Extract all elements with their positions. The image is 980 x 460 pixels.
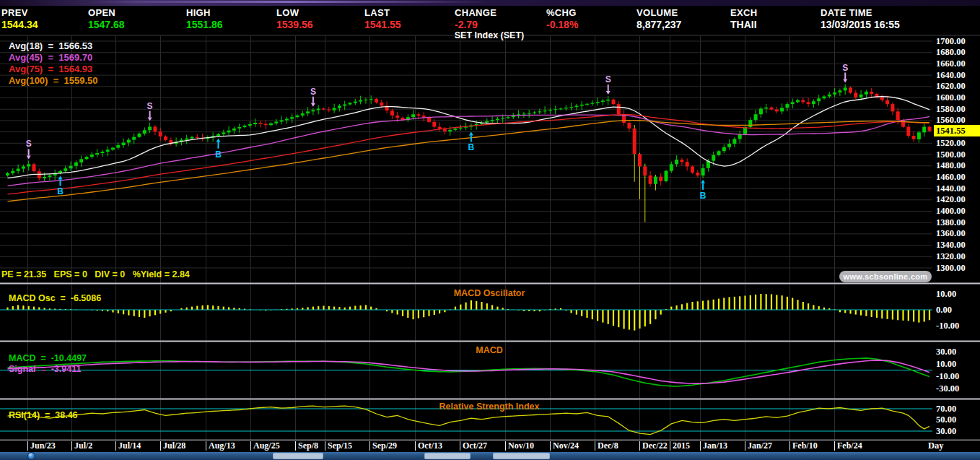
rsi-tick: 70.00 xyxy=(936,404,956,415)
date-tick-mark xyxy=(325,441,325,451)
osc-tick: -10.00 xyxy=(936,321,959,331)
date-tick-mark xyxy=(295,441,296,451)
price-tick: 1600.00 xyxy=(936,92,966,103)
date-tick-mark xyxy=(415,441,416,451)
date-tick-label: Dec/8 xyxy=(598,441,618,451)
svg-text:S: S xyxy=(310,87,316,97)
price-tick: 1300.00 xyxy=(936,263,966,274)
date-tick-label: Aug/25 xyxy=(253,441,280,451)
date-tick-mark xyxy=(834,441,835,451)
last-price-badge: 1541.55 xyxy=(934,125,980,136)
date-tick-label: 2015 xyxy=(673,441,690,451)
price-tick: 1320.00 xyxy=(936,251,966,262)
date-tick-mark xyxy=(369,441,370,451)
price-tick: 1660.00 xyxy=(936,58,966,69)
osc-tick: 0.00 xyxy=(936,305,952,316)
date-tick-label: Jul/2 xyxy=(74,441,92,451)
rsi-legend: RSI(14) = 38.46 xyxy=(9,410,78,420)
taskbar-window-button[interactable] xyxy=(493,453,550,459)
chart-title: SET Index (SET) xyxy=(417,30,561,40)
taskbar-window-button[interactable] xyxy=(424,453,471,459)
taskbar-window-button[interactable] xyxy=(273,453,323,459)
chart-canvas[interactable]: SSSSSBBBB xyxy=(0,0,980,460)
start-button[interactable] xyxy=(27,452,35,460)
date-tick-label: Jan/27 xyxy=(748,441,772,451)
date-tick-label: Feb/24 xyxy=(837,441,862,451)
date-tick-label: Sep/15 xyxy=(328,441,352,451)
date-tick-label: Jul/14 xyxy=(118,441,141,451)
macd-tick: 30.00 xyxy=(936,347,956,357)
svg-text:S: S xyxy=(26,139,32,149)
legend-avg-45-: Avg(45) = 1569.70 xyxy=(9,52,92,63)
price-tick: 1340.00 xyxy=(936,240,966,251)
date-tick-mark xyxy=(639,441,640,451)
svg-text:S: S xyxy=(147,101,153,111)
price-tick: 1360.00 xyxy=(936,228,966,239)
svg-text:B: B xyxy=(57,186,64,196)
price-tick: 1420.00 xyxy=(936,194,966,205)
price-tick: 1520.00 xyxy=(936,138,966,149)
axis-unit-label: Day xyxy=(928,441,944,451)
date-tick-mark xyxy=(27,441,28,451)
osc-tick: 10.00 xyxy=(936,289,956,300)
date-tick-mark xyxy=(250,441,251,451)
date-tick-mark xyxy=(115,441,116,451)
date-tick-mark xyxy=(206,441,206,451)
date-tick-label: Feb/10 xyxy=(792,441,818,451)
macd-tick: 10.00 xyxy=(936,359,956,370)
price-tick: 1640.00 xyxy=(936,70,966,81)
date-tick-label: Jul/28 xyxy=(163,441,185,451)
fundamentals-line: PE = 21.35 EPS = 0 DIV = 0 %Yield = 2.84 xyxy=(1,269,190,279)
legend-avg-18-: Avg(18) = 1566.53 xyxy=(9,40,92,51)
date-tick-mark xyxy=(71,441,72,451)
price-tick: 1480.00 xyxy=(936,160,966,171)
date-tick-mark xyxy=(745,441,745,451)
price-tick: 1380.00 xyxy=(936,217,966,228)
macd-legend: MACD = -10.4497 xyxy=(9,353,87,363)
svg-text:B: B xyxy=(215,149,222,160)
date-tick-mark xyxy=(460,441,460,451)
date-tick-mark xyxy=(670,441,670,451)
price-tick: 1500.00 xyxy=(936,149,966,160)
date-tick-label: Nov/24 xyxy=(553,441,579,451)
macd-oscillator-legend: MACD Osc = -6.5086 xyxy=(9,293,101,303)
rsi-tick: 50.00 xyxy=(936,415,956,425)
price-tick: 1440.00 xyxy=(936,183,966,194)
date-tick-label: Jan/13 xyxy=(703,441,727,451)
date-tick-label: Dec/22 xyxy=(642,441,668,451)
date-tick-mark xyxy=(595,441,595,451)
date-tick-label: Jun/23 xyxy=(30,441,56,451)
date-tick-label: Oct/13 xyxy=(418,441,442,451)
macd-tick: -30.00 xyxy=(936,383,959,394)
date-tick-mark xyxy=(789,441,790,451)
rsi-tick: 30.00 xyxy=(936,426,956,437)
window-title-strip xyxy=(0,0,980,6)
date-tick-mark xyxy=(160,441,161,451)
svg-text:S: S xyxy=(605,74,611,84)
legend-avg-100-: Avg(100) = 1559.50 xyxy=(9,75,97,86)
taskbar[interactable] xyxy=(0,452,980,460)
macd-title: MACD xyxy=(381,345,598,355)
date-tick-mark xyxy=(700,441,701,451)
legend-avg-75-: Avg(75) = 1564.93 xyxy=(9,64,92,74)
price-tick: 1400.00 xyxy=(936,206,966,217)
date-tick-label: Sep/29 xyxy=(372,441,397,451)
macd-signal-legend: Signal = -3.9411 xyxy=(9,364,81,374)
date-tick-mark xyxy=(505,441,506,451)
price-tick: 1580.00 xyxy=(936,104,966,115)
svg-text:B: B xyxy=(700,191,706,201)
macd-oscillator-title: MACD Oscillator xyxy=(381,288,598,298)
svg-text:B: B xyxy=(468,142,475,152)
trading-chart-window: PREV1544.34OPEN1547.68HIGH1551.86LOW1539… xyxy=(0,0,980,460)
date-tick-label: Nov/10 xyxy=(508,441,534,451)
date-tick-label: Sep/8 xyxy=(298,441,318,451)
macd-tick: -10.00 xyxy=(936,371,959,382)
date-tick-mark xyxy=(550,441,551,451)
price-tick: 1700.00 xyxy=(936,36,966,47)
date-tick-label: Oct/27 xyxy=(463,441,487,451)
date-tick-label: Aug/13 xyxy=(209,441,235,451)
watermark: www.scbsonline.com xyxy=(839,271,932,282)
price-tick: 1680.00 xyxy=(936,47,966,58)
svg-text:S: S xyxy=(842,63,848,73)
price-tick: 1620.00 xyxy=(936,81,966,92)
